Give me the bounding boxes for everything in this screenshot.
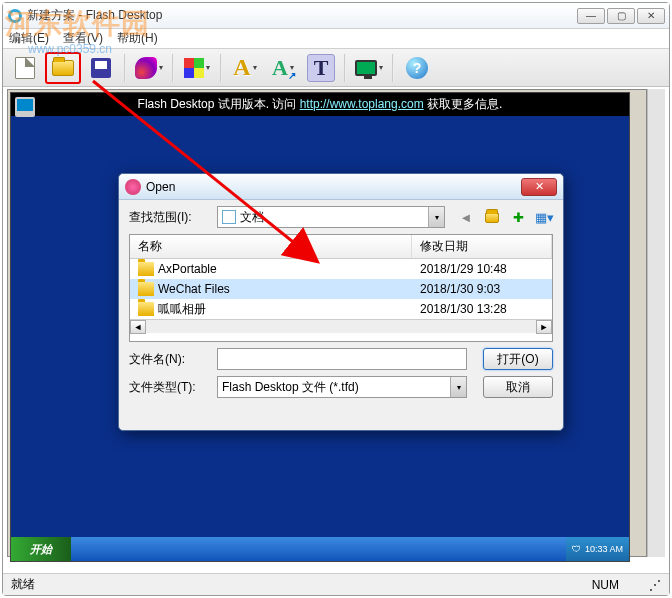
color-grid-icon [184,58,204,78]
minimize-button[interactable]: — [577,8,605,24]
menu-help[interactable]: 帮助(H) [117,30,158,47]
open-dialog: Open ✕ 查找范围(I): 文档 ▾ ◄ ✚ ▦▾ [118,173,564,431]
brush-button[interactable]: ▾ [131,52,167,84]
brush-icon [135,57,157,79]
help-icon: ? [406,57,428,79]
chevron-down-icon: ▾ [253,63,257,72]
lookin-combo[interactable]: 文档 ▾ [217,206,445,228]
file-row[interactable]: 呱呱相册2018/1/30 13:28 [130,299,552,319]
status-num: NUM [592,578,619,592]
canvas-app-icon [15,97,35,117]
new-folder-button[interactable]: ✚ [509,208,527,226]
open-button[interactable] [45,52,81,84]
file-name: AxPortable [158,262,412,276]
filetype-value: Flash Desktop 文件 (*.tfd) [222,379,359,396]
trial-text-prefix: Flash Desktop 试用版本. 访问 [138,97,300,111]
filename-label: 文件名(N): [129,351,211,368]
file-name: WeChat Files [158,282,412,296]
file-name: 呱呱相册 [158,301,412,318]
app-icon [7,8,23,24]
system-tray: 🛡 10:33 AM [566,537,629,561]
help-button[interactable]: ? [399,52,435,84]
file-list: 名称 修改日期 AxPortable2018/1/29 10:48WeChat … [129,234,553,342]
lookin-value: 文档 [240,209,264,226]
file-row[interactable]: AxPortable2018/1/29 10:48 [130,259,552,279]
cancel-button[interactable]: 取消 [483,376,553,398]
file-list-header: 名称 修改日期 [130,235,552,259]
tray-icon: 🛡 [572,544,581,554]
dialog-close-button[interactable]: ✕ [521,178,557,196]
color-grid-button[interactable]: ▾ [179,52,215,84]
menu-edit[interactable]: 编辑(E) [9,30,49,47]
text-box-icon: T [307,54,336,82]
filetype-combo[interactable]: Flash Desktop 文件 (*.tfd) ▾ [217,376,467,398]
font-a-icon: A [233,54,250,81]
chevron-down-icon[interactable]: ▾ [428,207,444,227]
file-row[interactable]: WeChat Files2018/1/30 9:03 [130,279,552,299]
svg-point-1 [11,12,19,20]
trial-text-suffix: 获取更多信息. [424,97,503,111]
window-title: 新建方案 - Flash Desktop [27,7,577,24]
folder-icon [138,302,154,316]
chevron-down-icon: ▾ [159,63,163,72]
dialog-titlebar: Open ✕ [119,174,563,200]
dialog-icon [125,179,141,195]
start-button[interactable]: 开始 [11,537,71,561]
trial-banner: Flash Desktop 试用版本. 访问 http://www.toplan… [11,93,629,116]
svg-rect-3 [17,99,33,111]
chevron-down-icon: ▾ [379,63,383,72]
folder-open-icon [52,60,74,76]
trial-url-link[interactable]: http://www.toplang.com [300,97,424,111]
statusbar: 就绪 NUM ⋰ [3,573,669,595]
preview-button[interactable]: ▾ [351,52,387,84]
separator [124,54,126,82]
new-file-icon [15,57,35,79]
filetype-label: 文件类型(T): [129,379,211,396]
font-a-button[interactable]: A▾ [227,52,263,84]
folder-icon [138,262,154,276]
back-button[interactable]: ◄ [457,208,475,226]
lookin-label: 查找范围(I): [129,209,211,226]
file-date: 2018/1/29 10:48 [412,262,552,276]
maximize-button[interactable]: ▢ [607,8,635,24]
folder-icon [222,210,236,224]
monitor-icon [355,60,377,76]
separator [392,54,394,82]
new-button[interactable] [7,52,43,84]
column-date[interactable]: 修改日期 [412,235,552,258]
column-name[interactable]: 名称 [130,235,412,258]
folder-up-icon [485,212,499,223]
folder-icon [138,282,154,296]
open-file-button[interactable]: 打开(O) [483,348,553,370]
file-date: 2018/1/30 9:03 [412,282,552,296]
text-box-button[interactable]: T [303,52,339,84]
save-button[interactable] [83,52,119,84]
titlebar: 新建方案 - Flash Desktop — ▢ ✕ [3,3,669,29]
separator [172,54,174,82]
separator [220,54,222,82]
vertical-scrollbar[interactable] [647,89,665,557]
horizontal-scrollbar[interactable] [130,319,552,333]
status-ready: 就绪 [11,576,35,593]
filename-input[interactable] [217,348,467,370]
xp-taskbar: 开始 🛡 10:33 AM [11,537,629,561]
file-date: 2018/1/30 13:28 [412,302,552,316]
menubar: 编辑(E) 查看(V) 帮助(H) [3,29,669,49]
up-button[interactable] [483,208,501,226]
close-button[interactable]: ✕ [637,8,665,24]
resize-grip-icon[interactable]: ⋰ [649,578,661,592]
font-style-button[interactable]: A▾ [265,52,301,84]
dialog-title: Open [146,180,521,194]
view-menu-button[interactable]: ▦▾ [535,208,553,226]
main-window: 新建方案 - Flash Desktop — ▢ ✕ 编辑(E) 查看(V) 帮… [2,2,670,596]
chevron-down-icon[interactable]: ▾ [450,377,466,397]
menu-view[interactable]: 查看(V) [63,30,103,47]
toolbar: ▾ ▾ A▾ A▾ T ▾ ? [3,49,669,87]
save-icon [91,58,111,78]
separator [344,54,346,82]
font-style-icon: A [272,55,288,81]
tray-clock: 10:33 AM [585,544,623,554]
chevron-down-icon: ▾ [206,63,210,72]
